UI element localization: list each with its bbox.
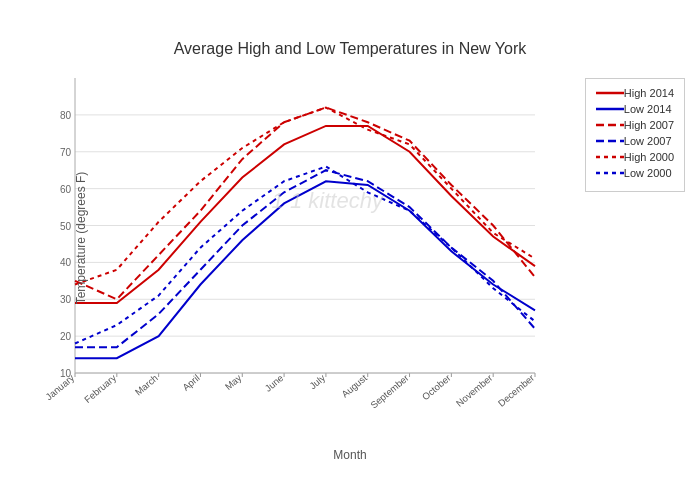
svg-text:November: November: [454, 372, 495, 409]
y-axis-label: Temperature (degrees F): [74, 172, 88, 305]
svg-text:May: May: [223, 372, 244, 392]
chart-svg: 1020304050607080JanuaryFebruaryMarchApri…: [70, 68, 540, 408]
svg-text:February: February: [82, 372, 118, 405]
svg-text:June: June: [263, 372, 286, 394]
svg-text:80: 80: [60, 110, 72, 121]
svg-text:30: 30: [60, 294, 72, 305]
svg-text:March: March: [133, 372, 160, 397]
legend-item: Low 2000: [596, 167, 674, 179]
chart-title: Average High and Low Temperatures in New…: [70, 40, 630, 58]
legend-item: High 2014: [596, 87, 674, 99]
legend-label: High 2014: [624, 87, 674, 99]
svg-text:60: 60: [60, 184, 72, 195]
legend: High 2014Low 2014High 2007Low 2007High 2…: [585, 78, 685, 192]
svg-text:50: 50: [60, 221, 72, 232]
svg-text:40: 40: [60, 257, 72, 268]
legend-item: High 2007: [596, 119, 674, 131]
legend-item: High 2000: [596, 151, 674, 163]
legend-item: Low 2014: [596, 103, 674, 115]
legend-label: High 2007: [624, 119, 674, 131]
chart-area: Temperature (degrees F) 1 1 kittechy 102…: [70, 68, 540, 408]
chart-container: Average High and Low Temperatures in New…: [0, 0, 700, 500]
legend-label: Low 2007: [624, 135, 672, 147]
svg-text:August: August: [339, 372, 369, 400]
svg-text:April: April: [180, 372, 202, 393]
svg-text:September: September: [368, 372, 411, 410]
legend-label: Low 2014: [624, 103, 672, 115]
svg-text:October: October: [420, 372, 453, 402]
x-axis-label: Month: [70, 448, 630, 462]
legend-item: Low 2007: [596, 135, 674, 147]
svg-text:December: December: [496, 372, 537, 409]
svg-text:July: July: [307, 372, 327, 391]
svg-text:70: 70: [60, 147, 72, 158]
svg-text:20: 20: [60, 331, 72, 342]
legend-label: High 2000: [624, 151, 674, 163]
legend-label: Low 2000: [624, 167, 672, 179]
